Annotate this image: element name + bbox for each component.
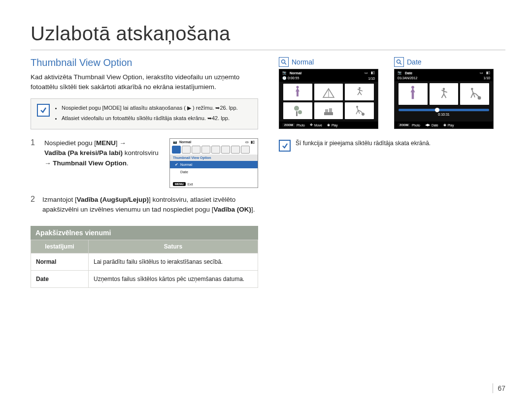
hint-item: Atlasiet videofailu un fotoattēlu sīktēl… bbox=[62, 114, 238, 123]
table-row: Date Uzņemtos failus sīktēlos kārtos pēc… bbox=[31, 270, 258, 287]
clock-icon: 🕘 bbox=[282, 76, 287, 80]
submenu-header: Apakšizvēlnes vienumi bbox=[31, 226, 258, 240]
play-icon: ◉ bbox=[443, 123, 446, 127]
mode-tag: Normal bbox=[290, 71, 301, 75]
step-text: ] → bbox=[116, 139, 126, 147]
time-label: 0:00:55 bbox=[288, 76, 299, 80]
thumbnail[interactable] bbox=[283, 102, 312, 119]
thumbnail[interactable] bbox=[345, 102, 374, 119]
section-title: Thumbnail View Option bbox=[31, 57, 258, 68]
lcd-tab[interactable] bbox=[182, 146, 191, 154]
hint-box: Nospiediet pogu [MODE] lai atlasītu atsk… bbox=[31, 98, 258, 129]
table-row: Normal Lai parādītu failu sīktēlus to ie… bbox=[31, 253, 258, 270]
svg-point-16 bbox=[411, 86, 414, 89]
lcd-tab[interactable] bbox=[192, 146, 200, 154]
svg-rect-9 bbox=[324, 112, 333, 115]
lcd-preview-normal: 📷Normal ▭▮▯ 🕘 0:00:55 1/10 bbox=[279, 69, 378, 129]
card-icon: ▭ bbox=[480, 71, 483, 75]
step-text: MENU bbox=[96, 139, 116, 147]
svg-rect-6 bbox=[296, 111, 298, 116]
counter: 1/10 bbox=[368, 77, 375, 80]
svg-rect-11 bbox=[329, 108, 332, 112]
lcd-preview-date: 📷Date ▭▮▯ 01/JAN/2012 1/10 bbox=[394, 69, 494, 129]
lcd-option-label: Date bbox=[180, 170, 188, 174]
step-text: Vadība (OK) bbox=[213, 206, 251, 213]
check-icon bbox=[37, 104, 50, 117]
thumbnail[interactable] bbox=[430, 83, 459, 105]
camera-icon: 📷 bbox=[282, 71, 287, 75]
step-text: Vadība (Pa kreisi/Pa labi) bbox=[44, 149, 123, 156]
counter: 1/10 bbox=[483, 76, 490, 80]
card-icon: ▭ bbox=[245, 140, 249, 144]
foot-label: Play bbox=[332, 124, 338, 127]
hint-item: Nospiediet pogu [MODE] lai atlasītu atsk… bbox=[62, 104, 238, 112]
step-text: . bbox=[127, 159, 129, 167]
date-icon: ◀▶ bbox=[425, 123, 430, 127]
thumbnail[interactable] bbox=[460, 83, 489, 105]
step-text: Izmantojot [ bbox=[42, 196, 77, 203]
menu-lcd: 📷 Normal ▭ ▮▯ bbox=[169, 138, 258, 188]
timeline-slider[interactable] bbox=[399, 109, 489, 111]
table-header: Iestatījumi bbox=[31, 240, 89, 253]
battery-icon: ▮▯ bbox=[371, 71, 375, 75]
step-text: Nospiediet pogu [ bbox=[44, 139, 96, 147]
lcd-tab[interactable] bbox=[241, 146, 250, 154]
thumbnail[interactable] bbox=[399, 83, 428, 105]
table-cell: Lai parādītu failu sīktēlus to ierakstīš… bbox=[89, 253, 258, 270]
thumbnail[interactable] bbox=[314, 102, 343, 119]
time-label: 0:10:31 bbox=[395, 113, 493, 116]
lcd-tab[interactable] bbox=[231, 146, 240, 154]
battery-icon: ▮▯ bbox=[251, 140, 255, 144]
zoom-badge: ZOOM bbox=[398, 123, 410, 127]
lcd-tab[interactable] bbox=[221, 146, 230, 154]
menu-badge: MENU bbox=[173, 182, 186, 186]
camera-icon: 📷 bbox=[173, 140, 177, 144]
foot-label: Photo bbox=[412, 124, 420, 127]
camera-icon: 📷 bbox=[398, 71, 402, 75]
svg-point-7 bbox=[294, 106, 299, 111]
svg-point-17 bbox=[443, 88, 445, 91]
table-cell: Normal bbox=[31, 253, 89, 270]
battery-icon: ▮▯ bbox=[486, 71, 490, 75]
check-icon: ✔ bbox=[175, 162, 178, 167]
table-cell: Uzņemtos failus sīktēlos kārtos pēc uzņe… bbox=[89, 270, 258, 287]
submenu-table: Iestatījumi Saturs Normal Lai parādītu f… bbox=[31, 240, 258, 288]
lcd-option[interactable]: ✔ Date bbox=[170, 168, 258, 176]
table-cell: Date bbox=[31, 270, 89, 287]
lcd-tab[interactable] bbox=[201, 146, 210, 154]
foot-label: Play bbox=[448, 124, 454, 127]
svg-point-13 bbox=[356, 106, 358, 108]
step-number: 2 bbox=[31, 195, 37, 215]
svg-line-1 bbox=[285, 63, 286, 64]
lcd-option-label: Normal bbox=[180, 162, 192, 167]
step-number: 1 bbox=[31, 138, 37, 147]
rbox-title: Date bbox=[407, 58, 422, 66]
svg-point-2 bbox=[297, 86, 299, 89]
lcd-title: Thumbnail View Option bbox=[170, 155, 258, 161]
thumbnail[interactable] bbox=[314, 84, 343, 100]
exit-label: Exit bbox=[188, 183, 193, 186]
magnify-icon bbox=[394, 57, 404, 67]
date-label: 01/JAN/2012 bbox=[398, 76, 417, 80]
thumbnail[interactable] bbox=[283, 84, 312, 100]
zoom-badge: ZOOM bbox=[282, 123, 295, 127]
lcd-tab[interactable] bbox=[211, 146, 220, 154]
svg-line-15 bbox=[400, 63, 401, 64]
card-icon: ▭ bbox=[365, 71, 368, 75]
rbox-title: Normal bbox=[292, 58, 314, 66]
intro-text: Kad aktivizēta Thumbnail View Option, ie… bbox=[31, 72, 258, 92]
lcd-tab[interactable] bbox=[172, 146, 181, 154]
lcd-option-selected[interactable]: ✔ Normal bbox=[170, 161, 258, 168]
step-text: Vadība (Augšup/Lejup) bbox=[77, 196, 149, 203]
svg-point-5 bbox=[359, 87, 361, 89]
page-number: 67 bbox=[498, 384, 505, 392]
note-box: Šī funkcija ir pieejama sīktēlu rādītāja… bbox=[279, 140, 505, 152]
magnify-icon bbox=[279, 57, 289, 67]
svg-point-19 bbox=[471, 88, 473, 91]
mode-tag: Date bbox=[405, 71, 412, 75]
note-text: Šī funkcija ir pieejama sīktēlu rādītāja… bbox=[296, 140, 431, 147]
thumbnail[interactable] bbox=[345, 84, 374, 100]
svg-point-8 bbox=[298, 110, 302, 114]
foot-label: Date bbox=[432, 124, 438, 127]
move-icon: ✥ bbox=[310, 123, 313, 127]
